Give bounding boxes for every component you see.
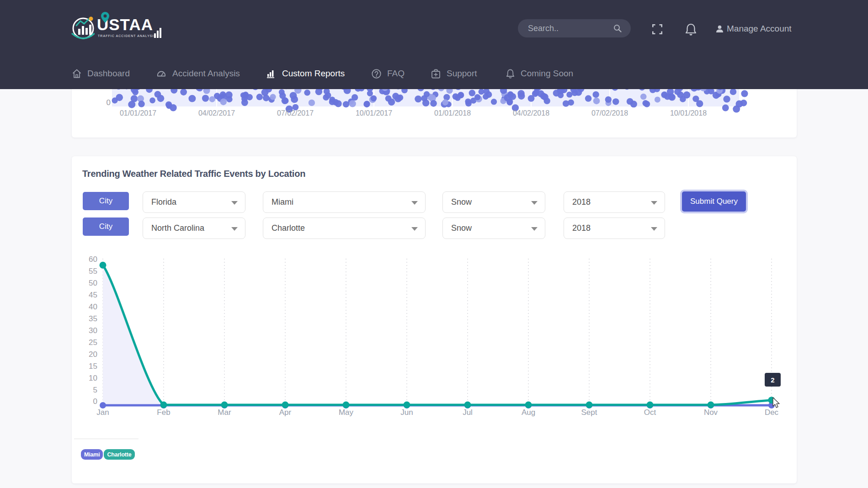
logo-subtitle: TRAFFIC ACCIDENT ANALYSIS [98, 34, 156, 37]
legend-badge-miami[interactable]: Miami [81, 449, 103, 460]
scatter-x-label: 01/01/2018 [421, 109, 485, 117]
search-box [518, 19, 631, 37]
chevron-down-icon [411, 227, 418, 231]
nav-label: Accident Analysis [172, 69, 240, 79]
svg-text:Feb: Feb [157, 408, 170, 417]
nav-item-accident-analysis[interactable]: Accident Analysis [156, 67, 240, 80]
notifications-bell-icon[interactable] [685, 23, 697, 36]
event-select-row2[interactable]: Snow [442, 217, 545, 239]
nav-item-support[interactable]: Support [431, 67, 477, 80]
scatter-x-label: 07/02/2018 [578, 109, 642, 117]
year-select-row1[interactable]: 2018 [564, 191, 665, 213]
nav-item-coming-soon[interactable]: Coming Soon [506, 67, 573, 80]
scatter-x-label: 10/01/2017 [342, 109, 406, 117]
scatter-x-label: 10/01/2018 [656, 109, 720, 117]
svg-text:Nov: Nov [704, 408, 718, 417]
chevron-down-icon [531, 201, 538, 205]
city-select-row1[interactable]: Miami [263, 191, 426, 213]
scatter-y-zero-label: 0 [96, 98, 111, 107]
chevron-down-icon [231, 201, 238, 205]
svg-text:10: 10 [89, 374, 97, 382]
chart-legend: MiamiCharlotte [81, 449, 135, 460]
city-select-row1-value: Miami [263, 197, 293, 207]
city-type-button-row2[interactable]: City [83, 217, 129, 236]
chevron-down-icon [651, 227, 657, 231]
svg-text:20: 20 [89, 350, 97, 359]
year-select-row2-value: 2018 [564, 223, 591, 233]
nav-label: FAQ [387, 69, 405, 79]
logo-bars-icon [154, 28, 161, 38]
scatter-x-label: 07/02/2017 [263, 109, 327, 117]
svg-text:Sept: Sept [581, 408, 597, 417]
state-select-row2[interactable]: North Carolina [143, 217, 245, 239]
svg-text:25: 25 [89, 338, 97, 347]
city-type-button-row1[interactable]: City [83, 192, 129, 210]
report-card: Trending Weather Related Traffic Events … [72, 156, 797, 483]
svg-text:Aug: Aug [522, 408, 535, 417]
nav-label: Custom Reports [282, 69, 345, 79]
chevron-down-icon [531, 227, 538, 231]
app-header: USTAA TRAFFIC ACCIDENT ANALYSIS [0, 0, 868, 89]
scatter-x-label: 04/02/2017 [185, 109, 249, 117]
year-select-row2[interactable]: 2018 [564, 217, 665, 239]
svg-text:Apr: Apr [279, 408, 292, 417]
nav-item-dashboard[interactable]: Dashboard [72, 67, 130, 80]
state-select-row1[interactable]: Florida [143, 191, 245, 213]
chevron-down-icon [651, 201, 657, 205]
mouse-cursor [772, 397, 781, 409]
chart-tooltip: 2 [765, 373, 781, 387]
nav-label: Dashboard [87, 69, 130, 79]
scatter-x-label: 01/01/2017 [106, 109, 170, 117]
chevron-down-icon [411, 201, 418, 205]
svg-text:45: 45 [89, 291, 97, 299]
manage-account-button[interactable]: Manage Account [716, 22, 792, 36]
svg-text:Jul: Jul [463, 408, 473, 417]
svg-text:50: 50 [89, 279, 97, 287]
user-icon [716, 25, 724, 33]
event-select-row1-value: Snow [443, 197, 472, 207]
state-select-row2-value: North Carolina [143, 223, 204, 233]
event-select-row1[interactable]: Snow [442, 191, 545, 213]
svg-text:Jun: Jun [400, 408, 413, 417]
chevron-down-icon [231, 227, 238, 231]
nav-label: Support [447, 69, 477, 79]
scatter-x-label: 04/02/2018 [499, 109, 563, 117]
city-select-row2[interactable]: Charlotte [263, 217, 426, 239]
svg-text:Oct: Oct [644, 408, 656, 417]
svg-text:35: 35 [89, 314, 97, 323]
search-icon[interactable] [613, 24, 622, 32]
app-logo[interactable]: USTAA TRAFFIC ACCIDENT ANALYSIS [66, 11, 167, 43]
chart-tooltip-value: 2 [771, 376, 774, 384]
svg-text:Jan: Jan [96, 408, 109, 417]
city-select-row2-value: Charlotte [263, 223, 305, 233]
svg-text:Mar: Mar [218, 408, 231, 417]
svg-text:40: 40 [89, 302, 97, 311]
svg-text:0: 0 [93, 397, 97, 406]
bell-icon [506, 69, 515, 79]
state-select-row1-value: Florida [143, 197, 176, 207]
nav-item-custom-reports[interactable]: Custom Reports [266, 67, 345, 80]
fullscreen-icon[interactable] [652, 24, 662, 34]
svg-text:Dec: Dec [765, 408, 779, 417]
search-input[interactable] [528, 19, 610, 37]
svg-text:5: 5 [93, 386, 97, 394]
scatter-chart-card: 0 01/01/201704/02/201707/02/201710/01/20… [72, 89, 797, 138]
svg-text:60: 60 [89, 255, 97, 264]
submit-query-button[interactable]: Submit Query [682, 191, 746, 212]
box-plus-icon [431, 69, 441, 79]
line-chart: 605550454035302520151050JanFebMarAprMayJ… [72, 239, 797, 440]
year-select-row1-value: 2018 [564, 197, 591, 207]
question-circle-icon [372, 69, 381, 79]
gauge-icon [156, 69, 166, 78]
bar-chart-icon [266, 69, 276, 78]
svg-text:55: 55 [89, 267, 97, 276]
legend-badge-charlotte[interactable]: Charlotte [104, 449, 134, 460]
home-icon [72, 69, 81, 78]
event-select-row2-value: Snow [443, 223, 472, 233]
map-pin-icon [101, 12, 109, 23]
svg-text:May: May [339, 408, 354, 417]
logo-icon [66, 11, 95, 43]
nav-item-faq[interactable]: FAQ [372, 67, 405, 80]
svg-text:30: 30 [89, 326, 97, 335]
svg-text:15: 15 [89, 362, 97, 371]
